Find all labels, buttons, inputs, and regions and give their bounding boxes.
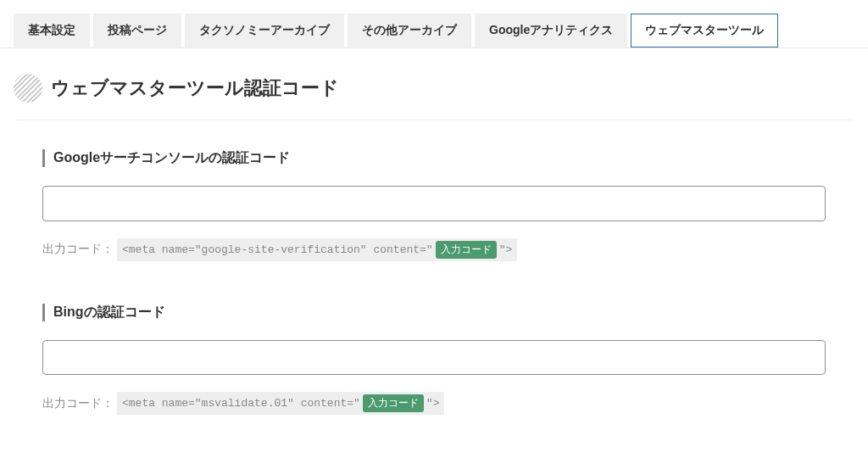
bing-output-label: 出力コード： — [42, 396, 114, 411]
google-code-post: "> — [499, 243, 513, 256]
settings-panel: Googleサーチコンソールの認証コード 出力コード： <meta name="… — [17, 120, 851, 449]
google-output-code: <meta name="google-site-verification" co… — [117, 238, 517, 261]
tab-other-archive[interactable]: その他アーカイブ — [348, 14, 471, 47]
google-output-label: 出力コード： — [42, 242, 114, 257]
tab-post-page[interactable]: 投稿ページ — [93, 14, 181, 47]
google-code-input[interactable] — [42, 186, 826, 221]
bing-output-code: <meta name="msvalidate.01" content=" 入力コ… — [117, 392, 444, 415]
hatch-circle-icon — [14, 74, 42, 103]
tab-taxonomy-archive[interactable]: タクソノミーアーカイブ — [185, 14, 344, 47]
section-header: ウェブマスターツール認証コード — [0, 48, 868, 120]
tab-basic-settings[interactable]: 基本設定 — [14, 14, 90, 47]
tab-bar: 基本設定 投稿ページ タクソノミーアーカイブ その他アーカイブ Googleアナ… — [0, 0, 868, 48]
bing-heading: Bingの認証コード — [42, 304, 826, 321]
google-code-badge: 入力コード — [436, 241, 497, 259]
tab-google-analytics[interactable]: Googleアナリティクス — [475, 14, 627, 47]
tab-webmaster-tools[interactable]: ウェブマスターツール — [631, 14, 778, 47]
bing-code-input[interactable] — [42, 340, 826, 376]
google-code-pre: <meta name="google-site-verification" co… — [122, 243, 433, 256]
bing-code-pre: <meta name="msvalidate.01" content=" — [122, 397, 360, 410]
bing-output-line: 出力コード： <meta name="msvalidate.01" conten… — [42, 392, 826, 415]
bing-code-post: "> — [426, 397, 440, 410]
bing-code-badge: 入力コード — [363, 394, 424, 412]
page-title: ウェブマスターツール認証コード — [51, 75, 339, 101]
google-output-line: 出力コード： <meta name="google-site-verificat… — [42, 238, 826, 261]
google-heading: Googleサーチコンソールの認証コード — [42, 149, 826, 167]
